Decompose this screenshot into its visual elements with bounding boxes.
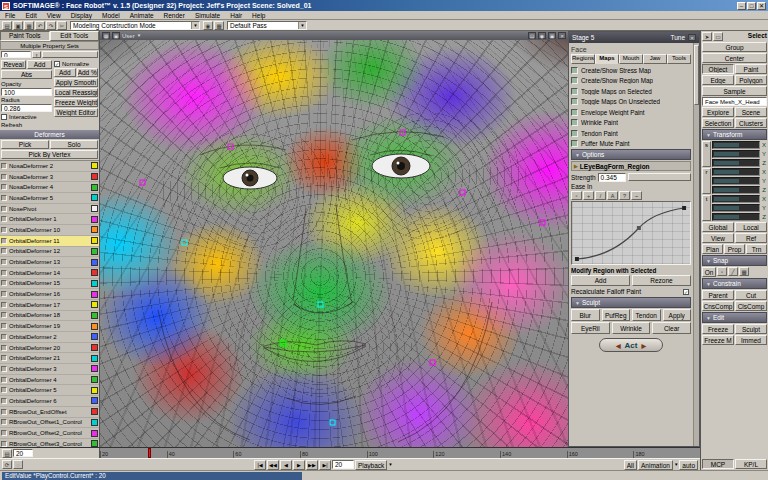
- map-option[interactable]: Puffer Mute Paint: [571, 139, 691, 150]
- menu-item[interactable]: File: [0, 12, 20, 19]
- menu-item[interactable]: Simulate: [190, 12, 225, 19]
- scale-x-field[interactable]: [712, 141, 760, 149]
- clscomp-button[interactable]: ClsComp: [735, 301, 767, 311]
- deformer-mute-toggle[interactable]: [1, 409, 7, 415]
- deformer-row[interactable]: NosaDeformer 2: [0, 161, 99, 172]
- deformer-row[interactable]: RBrowOut_Offset2_Control: [0, 428, 99, 439]
- deformer-row[interactable]: OrbitalDeformer 13: [0, 257, 99, 268]
- loop-icon[interactable]: ⟳: [2, 460, 12, 469]
- pick-by-vertex-button[interactable]: Pick By Vertex: [1, 150, 98, 159]
- deformer-mute-toggle[interactable]: [1, 291, 7, 297]
- playback-menu-button[interactable]: Playback: [355, 460, 387, 470]
- deformer-color-swatch[interactable]: [91, 248, 98, 255]
- timeline-ruler[interactable]: 20406080100120140160180: [100, 448, 700, 458]
- freeze-button[interactable]: Freeze: [702, 324, 734, 334]
- deformer-row[interactable]: OrbitalDeformer 11: [0, 236, 99, 247]
- deformer-mute-toggle[interactable]: [1, 323, 7, 329]
- prop-button[interactable]: Prop: [724, 244, 745, 254]
- current-selection-field[interactable]: Face Mesh_X_Head: [702, 97, 767, 106]
- deformer-row[interactable]: OrbitalDeformer 2: [0, 332, 99, 343]
- playhead[interactable]: [148, 448, 151, 458]
- deformer-row[interactable]: NosaDeformer 5: [0, 193, 99, 204]
- paint-filter-button[interactable]: Paint: [735, 64, 767, 74]
- new-scene-icon[interactable]: ▤: [2, 21, 12, 30]
- map-option-icon[interactable]: [571, 77, 578, 84]
- tune-scrollbar[interactable]: [693, 43, 699, 446]
- close-view-icon[interactable]: ✕: [558, 32, 566, 39]
- deformer-row[interactable]: OrbitalDeformer 17: [0, 300, 99, 311]
- deformer-mute-toggle[interactable]: [1, 270, 7, 276]
- group-button[interactable]: Group: [702, 42, 767, 52]
- deformer-mute-toggle[interactable]: [1, 195, 7, 201]
- solo-button[interactable]: Solo: [50, 140, 98, 149]
- deformer-mute-toggle[interactable]: [1, 387, 7, 393]
- local-mode-button[interactable]: Local: [735, 222, 767, 232]
- rotate-x-field[interactable]: [712, 168, 760, 176]
- render-pass-combo[interactable]: Default Pass ▼: [227, 21, 307, 30]
- radius-field[interactable]: 0.286: [1, 104, 52, 112]
- chevron-down-icon[interactable]: ▼: [388, 462, 392, 467]
- strength-field[interactable]: 0.345: [598, 173, 626, 182]
- deformer-mute-toggle[interactable]: [1, 248, 7, 254]
- deformer-color-swatch[interactable]: [91, 184, 98, 191]
- recalc-checkbox[interactable]: ✓: [683, 289, 689, 295]
- chevron-down-icon[interactable]: ▼: [298, 22, 306, 29]
- deformer-row[interactable]: OrbitalDeformer 4: [0, 375, 99, 386]
- map-option-icon[interactable]: [571, 98, 578, 105]
- deformer-mute-toggle[interactable]: [1, 302, 7, 308]
- collapse-icon[interactable]: ▼: [706, 315, 711, 321]
- animation-menu-button[interactable]: Animation: [638, 460, 673, 470]
- deformer-color-swatch[interactable]: [91, 408, 98, 415]
- polygon-filter-button[interactable]: Polygon: [735, 75, 767, 85]
- map-option-icon[interactable]: [571, 119, 578, 126]
- deformer-row[interactable]: RBrowOut_EndOffset: [0, 407, 99, 418]
- maximize-button[interactable]: □: [747, 2, 756, 10]
- map-option-icon[interactable]: [571, 130, 578, 137]
- apply-smooth-button[interactable]: Apply Smooth: [54, 78, 98, 87]
- deformer-row[interactable]: OrbitalDeformer 6: [0, 396, 99, 407]
- selection-button[interactable]: Selection: [702, 118, 734, 128]
- map-option[interactable]: Toggle Maps on Selected: [571, 86, 691, 97]
- deformer-row[interactable]: OrbitalDeformer 19: [0, 321, 99, 332]
- freeze-m-button[interactable]: Freeze M: [702, 335, 734, 345]
- deformer-mute-toggle[interactable]: [1, 345, 7, 351]
- abs-button[interactable]: Abs: [1, 70, 52, 79]
- parent-button[interactable]: Parent: [702, 290, 734, 300]
- undo-icon[interactable]: ↶: [35, 21, 45, 30]
- map-option[interactable]: Tendon Paint: [571, 128, 691, 139]
- weight-slider[interactable]: [42, 51, 98, 58]
- deformer-mute-toggle[interactable]: [1, 259, 7, 265]
- go-to-end-button[interactable]: ▶|: [319, 460, 331, 470]
- translate-z-field[interactable]: [712, 213, 760, 221]
- deformer-mute-toggle[interactable]: [1, 280, 7, 286]
- region-selector[interactable]: ▶ LEyeBagForm_Region: [571, 161, 691, 171]
- menu-item[interactable]: Render: [159, 12, 190, 19]
- construction-mode-combo[interactable]: Modeling Construction Mode ▼: [70, 21, 200, 30]
- lock-icon[interactable]: ▣: [112, 32, 120, 39]
- scale-mode-button[interactable]: s: [702, 141, 711, 167]
- shaded-mode-icon[interactable]: ◉: [538, 32, 546, 39]
- add-mode-button[interactable]: Add: [54, 68, 76, 77]
- menu-item[interactable]: Model: [97, 12, 125, 19]
- cursor-tool-icon[interactable]: ➤: [702, 32, 712, 41]
- strength-slider[interactable]: [628, 173, 691, 181]
- deformer-color-swatch[interactable]: [91, 323, 98, 330]
- scrollbar-thumb[interactable]: [694, 45, 699, 105]
- snap-on-toggle[interactable]: On: [702, 267, 716, 277]
- timeline-options-icon[interactable]: ▤: [2, 449, 12, 458]
- prev-keyframe-button[interactable]: ◀◀: [267, 460, 279, 470]
- deformer-color-swatch[interactable]: [91, 440, 98, 447]
- map-option-icon[interactable]: [571, 88, 578, 95]
- tab-tools[interactable]: Tools: [667, 54, 691, 64]
- deformer-color-swatch[interactable]: [91, 376, 98, 383]
- pick-button[interactable]: Pick: [1, 140, 49, 149]
- add-region-button[interactable]: Add: [571, 275, 630, 286]
- deformer-row[interactable]: NosePivot: [0, 204, 99, 215]
- minimize-button[interactable]: –: [737, 2, 746, 10]
- deformer-mute-toggle[interactable]: [1, 377, 7, 383]
- deformer-color-swatch[interactable]: [91, 269, 98, 276]
- rotate-y-field[interactable]: [712, 177, 760, 185]
- deformer-color-swatch[interactable]: [91, 355, 98, 362]
- step-back-button[interactable]: ◀: [280, 460, 292, 470]
- collapse-icon[interactable]: ▼: [575, 152, 580, 158]
